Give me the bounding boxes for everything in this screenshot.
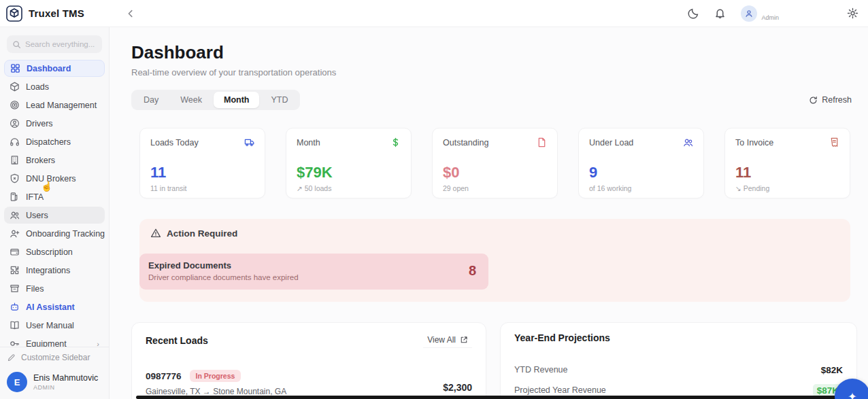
projections-panel: Year-End Projections YTD Revenue $82K Pr…: [500, 322, 857, 399]
sidebar-item-lead-management[interactable]: Lead Management: [4, 97, 105, 114]
load-route: Gainesville, TX → Stone Mountain, GA: [146, 387, 443, 396]
archive-icon: [10, 283, 20, 294]
expired-documents-alert[interactable]: Expired Documents Driver compliance docu…: [139, 254, 488, 290]
stat-value: $79K: [297, 164, 401, 181]
stat-value: $0: [443, 164, 547, 181]
search-icon: [12, 40, 21, 49]
sidebar-item-equipment[interactable]: Equipment ›: [4, 335, 105, 347]
load-amount: $2,300: [443, 382, 472, 393]
sidebar-item-label: AI Assistant: [26, 302, 75, 312]
stat-card-outstanding[interactable]: Outstanding $0 29 open: [432, 128, 558, 198]
sidebar-search[interactable]: [7, 35, 102, 53]
sparkle-icon: ✦: [848, 390, 856, 399]
settings-gear-icon[interactable]: [847, 7, 858, 19]
sidebar-item-ifta[interactable]: IFTA: [4, 188, 105, 205]
stat-value: 11: [735, 164, 839, 181]
sidebar-collapse-icon[interactable]: [126, 9, 135, 18]
sidebar-item-label: Users: [26, 211, 48, 220]
sidebar-item-label: Brokers: [26, 156, 55, 165]
stat-card-month[interactable]: Month $79K ↗ 50 loads: [286, 128, 412, 198]
refresh-icon: [809, 96, 818, 105]
tab-day[interactable]: Day: [133, 92, 169, 108]
page-subtitle: Real-time overview of your transportatio…: [131, 67, 857, 77]
sidebar-item-label: Drivers: [26, 119, 53, 128]
load-id: 0987776: [146, 371, 182, 381]
dashboard-grid-icon: [10, 63, 20, 73]
action-required-title: Action Required: [167, 228, 237, 239]
users-icon: [10, 210, 20, 220]
dark-mode-icon[interactable]: [688, 7, 699, 19]
tab-ytd[interactable]: YTD: [261, 92, 298, 108]
sidebar-item-drivers[interactable]: Drivers: [4, 115, 105, 132]
stat-subtext: 11 in transit: [150, 184, 254, 192]
view-all-label: View All: [427, 335, 456, 345]
sidebar-item-loads[interactable]: Loads: [4, 78, 105, 95]
robot-icon: [10, 302, 20, 312]
sidebar-item-user-manual[interactable]: User Manual: [4, 317, 105, 334]
stat-card-to-invoice[interactable]: To Invoice 11 ↘ Pending: [724, 128, 850, 198]
sidebar-item-label: Integrations: [26, 266, 70, 275]
refresh-label: Refresh: [822, 95, 852, 105]
package-icon: [10, 82, 20, 92]
sidebar-item-label: Dispatchers: [26, 137, 71, 147]
customize-sidebar-button[interactable]: Customize Sidebar: [7, 353, 102, 362]
view-all-link[interactable]: View All: [423, 332, 472, 348]
sidebar-item-ai-assistant[interactable]: AI Assistant: [4, 298, 105, 315]
sidebar-item-subscription[interactable]: Subscription: [4, 243, 105, 260]
sidebar-item-label: Files: [26, 284, 44, 294]
stat-subtext: of 16 working: [589, 184, 693, 192]
page-title: Dashboard: [131, 42, 857, 63]
dollar-icon: [390, 137, 401, 148]
key-icon: [10, 339, 20, 347]
mouse-cursor: ☝: [41, 181, 52, 192]
search-input[interactable]: [25, 40, 97, 48]
profile-button[interactable]: Admin: [741, 5, 779, 22]
puzzle-icon: [10, 265, 20, 275]
user-plus-icon: [10, 228, 20, 239]
refresh-button[interactable]: Refresh: [803, 91, 857, 109]
sidebar-item-dashboard[interactable]: Dashboard: [4, 60, 105, 77]
period-tabs: Day Week Month YTD: [131, 90, 300, 110]
sidebar-item-label: Onboarding Tracking: [26, 229, 105, 239]
notifications-bell-icon[interactable]: [714, 7, 726, 19]
stat-card-under-load[interactable]: Under Load 9 of 16 working: [578, 128, 704, 198]
sidebar-item-files[interactable]: Files: [4, 280, 105, 297]
projection-row-ytd-revenue: YTD Revenue $82K: [514, 360, 843, 380]
projection-label: YTD Revenue: [514, 365, 568, 375]
sidebar-item-dispatchers[interactable]: Dispatchers: [4, 133, 105, 150]
sidebar-item-brokers[interactable]: Brokers: [4, 152, 105, 169]
user-avatar: E: [7, 372, 27, 392]
sidebar-item-label: Dashboard: [27, 64, 71, 73]
sidebar: Dashboard Loads Lead Management Drivers …: [0, 27, 110, 399]
tab-month[interactable]: Month: [214, 92, 259, 108]
wallet-icon: [10, 247, 20, 257]
sidebar-item-dnu-brokers[interactable]: DNU Brokers: [4, 170, 105, 187]
sidebar-item-users[interactable]: Users: [4, 207, 105, 224]
target-icon: [10, 100, 20, 110]
stat-card-loads-today[interactable]: Loads Today 11 11 in transit: [139, 128, 265, 198]
top-bar: Truxel TMS Admin: [0, 0, 868, 27]
sidebar-nav: Dashboard Loads Lead Management Drivers …: [0, 58, 109, 347]
sidebar-user[interactable]: E Enis Mahmutovic ADMIN: [7, 372, 102, 392]
stat-title: To Invoice: [735, 138, 773, 148]
brand[interactable]: Truxel TMS: [0, 5, 110, 22]
stat-title: Month: [297, 138, 320, 148]
building-icon: [10, 155, 20, 165]
shield-x-icon: [10, 173, 20, 184]
user-circle-icon: [10, 118, 20, 128]
book-icon: [10, 320, 20, 330]
stat-title: Outstanding: [443, 138, 488, 148]
video-progress-bar: [136, 396, 850, 399]
sidebar-footer: Customize Sidebar E Enis Mahmutovic ADMI…: [0, 347, 109, 399]
invoice-file-icon: [537, 137, 547, 148]
user-name: Enis Mahmutovic: [33, 373, 98, 383]
warning-triangle-icon: [150, 228, 161, 239]
truck-icon: [244, 137, 254, 148]
load-row[interactable]: 0987776 In Progress Gainesville, TX → St…: [146, 370, 472, 399]
tab-week[interactable]: Week: [170, 92, 212, 108]
stat-title: Under Load: [589, 138, 633, 148]
sidebar-item-label: Lead Management: [26, 101, 97, 110]
sidebar-item-integrations[interactable]: Integrations: [4, 262, 105, 279]
sidebar-item-label: Equipment: [26, 339, 67, 347]
sidebar-item-onboarding-tracking[interactable]: Onboarding Tracking: [4, 225, 105, 242]
